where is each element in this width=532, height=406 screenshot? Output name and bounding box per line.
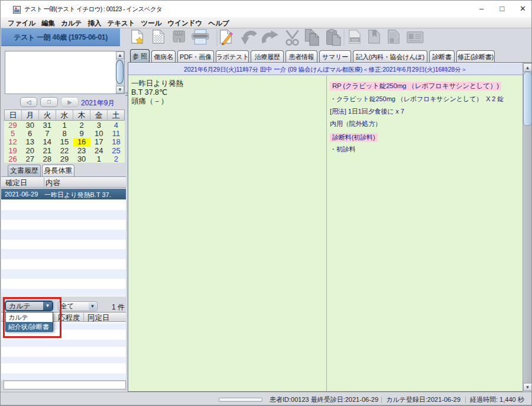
svg-text:TXT: TXT — [352, 38, 359, 42]
